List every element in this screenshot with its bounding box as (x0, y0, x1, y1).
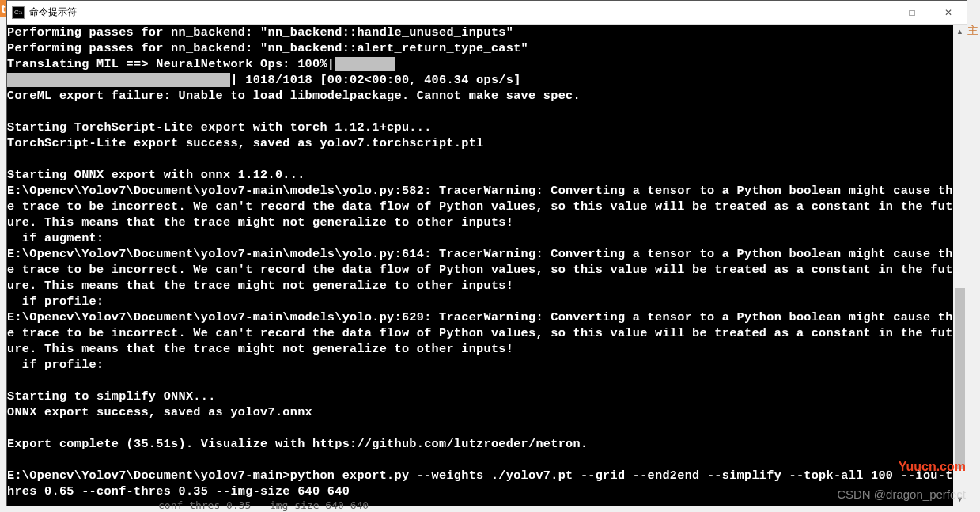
vertical-scrollbar[interactable]: ▲ ▼ (953, 25, 967, 506)
window-title: 命令提示符 (29, 6, 857, 19)
watermark-url: Yuucn.com (899, 460, 966, 474)
titlebar[interactable]: C:\ 命令提示符 — □ ✕ (7, 1, 967, 25)
scroll-up-button[interactable]: ▲ (953, 25, 967, 38)
watermark-csdn: CSDN @dragon_perfect (837, 487, 966, 501)
window-controls: — □ ✕ (857, 1, 967, 24)
shadow-text-behind: conf-thres 0.35 --img-size 640 640 (158, 499, 369, 511)
scroll-thumb[interactable] (955, 288, 965, 470)
cmd-icon: C:\ (12, 6, 25, 19)
cmd-window: C:\ 命令提示符 — □ ✕ Performing passes for nn… (6, 0, 967, 506)
terminal-output[interactable]: Performing passes for nn_backend: "nn_ba… (7, 25, 967, 506)
maximize-button[interactable]: □ (894, 1, 930, 24)
close-button[interactable]: ✕ (930, 1, 967, 24)
watermark-right: 主 (967, 24, 978, 38)
minimize-button[interactable]: — (857, 1, 894, 24)
scroll-track[interactable] (953, 38, 967, 492)
